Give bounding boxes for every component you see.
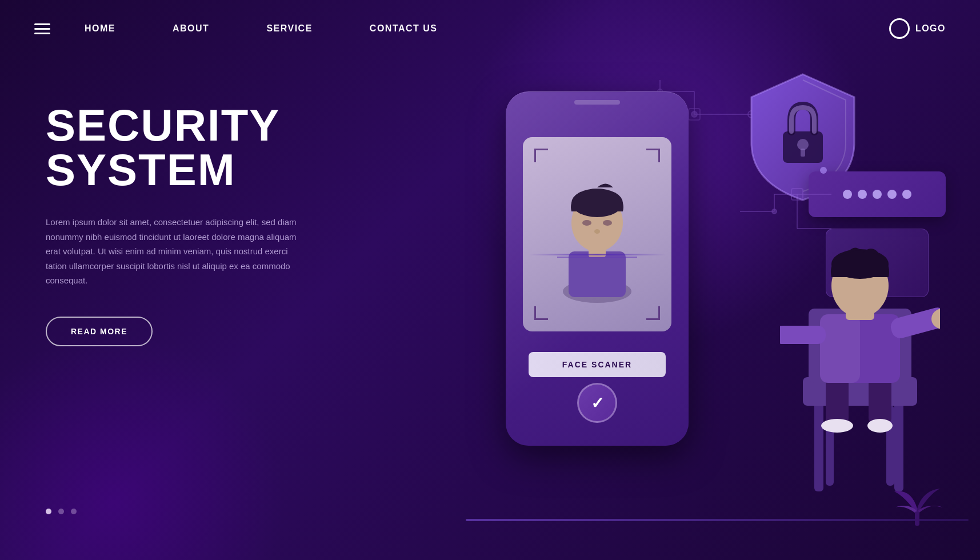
svg-point-39	[821, 419, 853, 433]
scan-corner-tl	[534, 149, 548, 162]
circuit-right	[740, 183, 831, 240]
hamburger-icon[interactable]	[34, 23, 50, 34]
nav-contact[interactable]: CONTACT US	[370, 23, 438, 34]
dot-1[interactable]	[46, 509, 51, 514]
dots-indicator	[46, 509, 77, 514]
hero-title: SECURITY SYSTEM	[46, 103, 343, 192]
svg-point-40	[867, 419, 893, 433]
password-dot-4	[887, 190, 897, 199]
nav-logo: LOGO	[889, 18, 946, 39]
svg-rect-38	[869, 377, 891, 423]
check-circle	[577, 383, 617, 423]
password-dot-1	[843, 190, 852, 199]
face-scanner-button[interactable]: FACE SCANER	[529, 352, 666, 377]
hero-illustration: FACE SCANER	[409, 34, 980, 560]
navbar: HOME ABOUT SERVICE CONTACT US LOGO	[0, 0, 980, 57]
hero-description: Lorem ipsum dolor sit amet, consectetuer…	[46, 215, 297, 288]
logo-circle-icon	[889, 18, 910, 39]
svg-rect-45	[780, 326, 826, 344]
scan-line	[529, 254, 666, 255]
page-wrapper: HOME ABOUT SERVICE CONTACT US LOGO SECUR…	[0, 0, 980, 560]
svg-rect-49	[915, 511, 919, 526]
dot-2[interactable]	[58, 509, 64, 514]
password-dot-2	[858, 190, 867, 199]
nav-home[interactable]: HOME	[85, 23, 115, 34]
phone-device: FACE SCANER	[506, 91, 689, 446]
svg-point-7	[691, 111, 697, 117]
scan-frame	[534, 149, 660, 320]
svg-rect-42	[820, 314, 860, 383]
scan-corner-br	[646, 306, 660, 320]
password-dot-3	[873, 190, 882, 199]
nav-links: HOME ABOUT SERVICE CONTACT US	[85, 23, 889, 34]
nav-service[interactable]: SERVICE	[266, 23, 312, 34]
svg-rect-37	[826, 377, 849, 423]
nav-about[interactable]: ABOUT	[173, 23, 209, 34]
scan-corner-tr	[646, 149, 660, 162]
svg-point-29	[772, 209, 777, 214]
scan-corner-bl	[534, 306, 548, 320]
dot-3[interactable]	[71, 509, 77, 514]
face-scanner-label: FACE SCANER	[562, 360, 632, 369]
svg-rect-23	[801, 149, 805, 157]
svg-rect-31	[814, 400, 823, 491]
password-dots	[843, 190, 911, 199]
password-dot-5	[902, 190, 911, 199]
hero-left: SECURITY SYSTEM Lorem ipsum dolor sit am…	[46, 103, 343, 346]
read-more-button[interactable]: READ MORE	[46, 317, 153, 346]
plant-decoration	[883, 457, 951, 526]
logo-label: LOGO	[915, 23, 946, 34]
face-scanner-area	[523, 137, 671, 331]
